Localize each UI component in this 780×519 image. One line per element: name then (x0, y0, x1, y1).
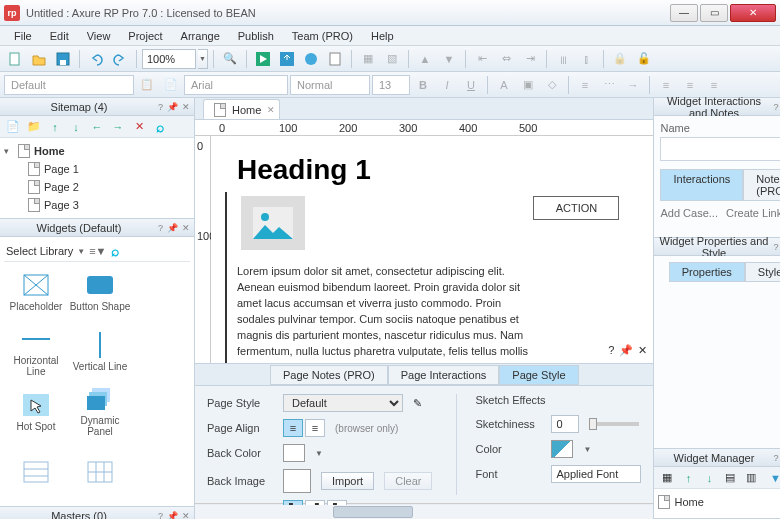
h-scrollbar[interactable] (195, 503, 653, 519)
minimize-button[interactable]: — (670, 4, 698, 22)
line-color-icon[interactable]: ◇ (541, 74, 563, 96)
close-panel-icon[interactable]: ✕ (182, 223, 190, 233)
tab-page-style[interactable]: Page Style (499, 365, 578, 385)
help-icon[interactable]: ? (608, 344, 614, 357)
help-icon[interactable]: ? (773, 102, 778, 112)
wm-icon[interactable]: ▦ (658, 469, 676, 487)
copy-style-icon[interactable]: 📋 (136, 74, 158, 96)
line-width-icon[interactable]: ≡ (574, 74, 596, 96)
size-combo[interactable]: 13 (372, 75, 410, 95)
widget-placeholder[interactable]: Placeholder (4, 262, 68, 322)
share-icon[interactable] (276, 48, 298, 70)
back-icon[interactable]: ▼ (438, 48, 460, 70)
open-icon[interactable] (28, 48, 50, 70)
bold-icon[interactable]: B (412, 74, 434, 96)
font-color-icon[interactable]: A (493, 74, 515, 96)
widget-name-input[interactable] (660, 137, 780, 161)
save-icon[interactable] (52, 48, 74, 70)
arrow-icon[interactable]: → (622, 74, 644, 96)
find-icon[interactable]: 🔍 (219, 48, 241, 70)
italic-icon[interactable]: I (436, 74, 458, 96)
align-center-icon[interactable]: ⇔ (495, 48, 517, 70)
distribute-v-icon[interactable]: ⫿ (576, 48, 598, 70)
menu-view[interactable]: View (79, 28, 119, 44)
tree-item[interactable]: Page 1 (4, 160, 190, 178)
edit-style-icon[interactable]: ✎ (413, 397, 422, 410)
zoom-input[interactable] (142, 49, 196, 69)
widget-hline[interactable]: Horizontal Line (4, 322, 68, 382)
tab-page-interactions[interactable]: Page Interactions (388, 365, 500, 385)
menu-publish[interactable]: Publish (230, 28, 282, 44)
text-right-icon[interactable]: ≡ (703, 74, 725, 96)
spec-icon[interactable] (324, 48, 346, 70)
text-left-icon[interactable]: ≡ (655, 74, 677, 96)
pin-icon[interactable]: 📌 (167, 223, 178, 233)
guide-line[interactable] (225, 192, 227, 363)
widget-item[interactable] (4, 442, 68, 502)
font-combo[interactable]: Arial (184, 75, 288, 95)
wm-icon[interactable]: ▤ (721, 469, 739, 487)
pin-icon[interactable]: 📌 (619, 344, 633, 357)
move-up-icon[interactable]: ↑ (679, 469, 697, 487)
close-panel-icon[interactable]: ✕ (182, 102, 190, 112)
clear-button[interactable]: Clear (384, 472, 432, 490)
add-case-link[interactable]: Add Case... (660, 207, 717, 219)
menu-project[interactable]: Project (120, 28, 170, 44)
help-icon[interactable]: ? (773, 453, 778, 463)
image-placeholder-widget[interactable] (241, 196, 305, 250)
style-combo[interactable]: Default (4, 75, 134, 95)
tree-item[interactable]: Page 2 (4, 178, 190, 196)
menu-team[interactable]: Team (PRO) (284, 28, 361, 44)
widget-button-shape[interactable]: Button Shape (68, 262, 132, 322)
tree-root[interactable]: ▾Home (4, 142, 190, 160)
close-tab-icon[interactable]: ✕ (267, 105, 275, 115)
add-page-icon[interactable]: 📄 (4, 118, 22, 136)
menu-arrange[interactable]: Arrange (173, 28, 228, 44)
create-link-link[interactable]: Create Link... (726, 207, 780, 219)
widget-item[interactable] (68, 442, 132, 502)
undo-icon[interactable] (85, 48, 107, 70)
tab-page-notes[interactable]: Page Notes (PRO) (270, 365, 388, 385)
help-icon[interactable]: ? (158, 223, 163, 233)
unlock-icon[interactable]: 🔓 (633, 48, 655, 70)
ungroup-icon[interactable]: ▧ (381, 48, 403, 70)
weight-combo[interactable]: Normal (290, 75, 370, 95)
outdent-icon[interactable]: ← (88, 118, 106, 136)
widget-dynamic-panel[interactable]: Dynamic Panel (68, 382, 132, 442)
menu-help[interactable]: Help (363, 28, 402, 44)
back-image-swatch[interactable] (283, 469, 311, 493)
zoom-dropdown-icon[interactable]: ▼ (198, 49, 208, 69)
align-center-button[interactable]: ≡ (305, 419, 325, 437)
wm-icon[interactable]: ▥ (742, 469, 760, 487)
redo-icon[interactable] (109, 48, 131, 70)
publish-icon[interactable] (300, 48, 322, 70)
delete-page-icon[interactable]: ✕ (130, 118, 148, 136)
close-button[interactable]: ✕ (730, 4, 776, 22)
sketchiness-slider[interactable] (589, 422, 639, 426)
library-select[interactable]: Select Library (6, 245, 73, 257)
menu-file[interactable]: File (6, 28, 40, 44)
lock-icon[interactable]: 🔒 (609, 48, 631, 70)
front-icon[interactable]: ▲ (414, 48, 436, 70)
underline-icon[interactable]: U (460, 74, 482, 96)
help-icon[interactable]: ? (773, 242, 778, 252)
close-panel-icon[interactable]: ✕ (182, 511, 190, 520)
sketchiness-input[interactable] (551, 415, 579, 433)
widget-vline[interactable]: Vertical Line (68, 322, 132, 382)
move-down-icon[interactable]: ↓ (67, 118, 85, 136)
sketch-font-input[interactable] (551, 465, 641, 483)
menu-edit[interactable]: Edit (42, 28, 77, 44)
document-tab[interactable]: Home✕ (203, 99, 280, 119)
move-down-icon[interactable]: ↓ (700, 469, 718, 487)
help-icon[interactable]: ? (158, 511, 163, 520)
align-left-button[interactable]: ≡ (283, 419, 303, 437)
back-color-swatch[interactable] (283, 444, 305, 462)
paragraph-widget[interactable]: Lorem ipsum dolor sit amet, consectetur … (237, 264, 537, 363)
move-up-icon[interactable]: ↑ (46, 118, 64, 136)
group-icon[interactable]: ▦ (357, 48, 379, 70)
line-style-icon[interactable]: ⋯ (598, 74, 620, 96)
action-button-widget[interactable]: ACTION (533, 196, 619, 220)
wm-item[interactable]: Home (658, 493, 780, 511)
pin-icon[interactable]: 📌 (167, 102, 178, 112)
pin-icon[interactable]: 📌 (167, 511, 178, 520)
